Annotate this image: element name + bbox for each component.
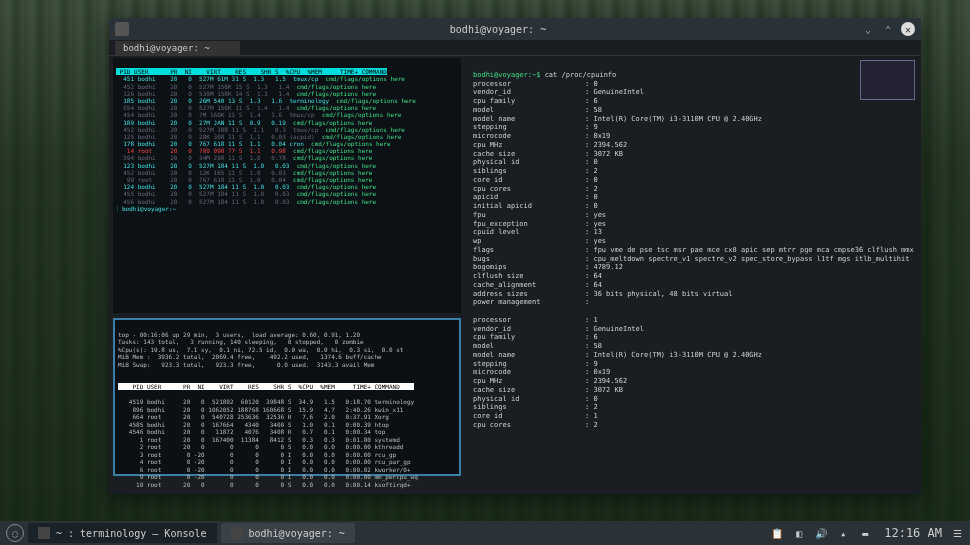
htop-prompt: 〉bodhi@voyager:~ [116, 205, 176, 212]
menu-icon[interactable]: ☰ [950, 526, 964, 540]
volume-icon[interactable]: 🔊 [814, 526, 828, 540]
taskbar-item-label: ~ : terminology — Konsole [56, 528, 207, 539]
maximize-button[interactable]: ⌃ [881, 22, 895, 36]
desktop-preview-thumbnail[interactable] [860, 60, 915, 100]
network-icon[interactable]: ▬ [858, 526, 872, 540]
close-button[interactable]: ✕ [901, 22, 915, 36]
top-header: PID USER PR NI VIRT RES SHR S %CPU %MEM … [118, 383, 414, 390]
start-menu-button[interactable]: ◌ [6, 524, 24, 542]
updates-icon[interactable]: ◧ [792, 526, 806, 540]
shell-prompt: bodhi@voyager:~$ [473, 71, 540, 79]
clipboard-icon[interactable]: 📋 [770, 526, 784, 540]
top-pane[interactable]: top - 00:16:06 up 29 min, 3 users, load … [113, 318, 461, 476]
terminal-tab[interactable]: bodhi@voyager: ~ [115, 41, 240, 55]
clock[interactable]: 12:16 AM [884, 526, 942, 540]
system-tray: 📋 ◧ 🔊 ▴ ▬ 12:16 AM ☰ [770, 526, 964, 540]
konsole-icon [38, 527, 50, 539]
minimize-button[interactable]: ⌄ [861, 22, 875, 36]
cpuinfo-output: processor: 0 vendor_id: GenuineIntel cpu… [473, 80, 915, 429]
taskbar: ◌ ~ : terminology — Konsole bodhi@voyage… [0, 521, 970, 545]
terminal-window-main: bodhi@voyager: ~ ⌄ ⌃ ✕ bodhi@voyager: ~ … [109, 18, 921, 494]
shell-command: cat /proc/cpuinfo [545, 71, 617, 79]
htop-pane[interactable]: PID USER PR NI VIRT RES SHR S %CPU %MEM … [113, 58, 461, 313]
terminal-icon [231, 527, 243, 539]
htop-header: PID USER PR NI VIRT RES SHR S %CPU %MEM … [116, 68, 387, 75]
taskbar-item-terminal[interactable]: bodhi@voyager: ~ [221, 523, 355, 543]
taskbar-item-label: bodhi@voyager: ~ [249, 528, 345, 539]
htop-process-list: 451 bodhi 20 0 527M 61M 31 S 1.3 1.5 tmu… [116, 75, 416, 204]
top-process-list: 4519 bodhi 20 0 521892 60120 39848 S 34.… [118, 398, 418, 488]
top-summary: top - 00:16:06 up 29 min, 3 users, load … [118, 331, 403, 368]
window-title: bodhi@voyager: ~ [135, 24, 861, 35]
app-icon [115, 22, 129, 36]
taskbar-item-konsole[interactable]: ~ : terminology — Konsole [28, 523, 217, 543]
titlebar[interactable]: bodhi@voyager: ~ ⌄ ⌃ ✕ [109, 18, 921, 40]
cpuinfo-pane[interactable]: bodhi@voyager:~$ cat /proc/cpuinfo proce… [467, 58, 915, 498]
chevron-up-icon[interactable]: ▴ [836, 526, 850, 540]
